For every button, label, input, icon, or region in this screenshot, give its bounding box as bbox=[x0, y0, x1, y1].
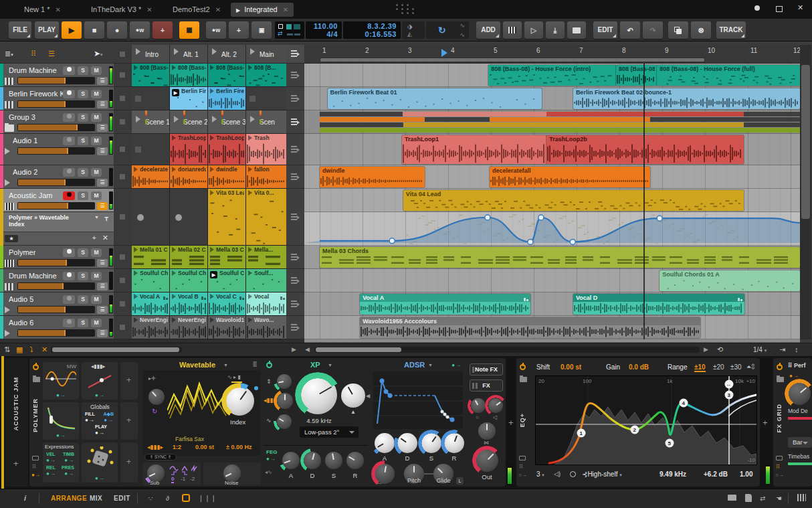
notefx-button[interactable]: Note FX bbox=[470, 363, 503, 375]
remote-controls-icon[interactable] bbox=[32, 456, 39, 460]
restore-window-icon[interactable] bbox=[776, 6, 783, 12]
device-power-icon[interactable] bbox=[33, 364, 39, 370]
osc-type[interactable]: Wavetable bbox=[179, 361, 215, 369]
stop-all-clips-button[interactable] bbox=[286, 246, 304, 269]
ruler-bar-number[interactable]: 12 bbox=[793, 47, 800, 54]
mute-button[interactable]: M bbox=[91, 191, 102, 200]
osc-detune[interactable]: ± 0.00 Hz bbox=[226, 444, 251, 450]
grid-view-icon[interactable]: ⠿ bbox=[31, 50, 36, 58]
group-lane-segment[interactable] bbox=[650, 117, 800, 122]
cutoff-knob[interactable] bbox=[298, 375, 337, 414]
mod-out-icon[interactable]: ●→ bbox=[95, 392, 105, 398]
song-position[interactable]: 8.3.2.39 bbox=[367, 22, 397, 30]
launcher-hscrollbar[interactable] bbox=[51, 347, 182, 353]
ruler-bar-number[interactable]: 9 bbox=[665, 47, 669, 54]
mod-out-icon[interactable]: ●→ bbox=[56, 392, 66, 398]
clip-slot[interactable]: TrashLoop2b bbox=[208, 134, 246, 165]
launcher-overdub-button[interactable]: ▦ bbox=[179, 21, 199, 39]
clip-slot[interactable]: Soulful Cho... bbox=[132, 269, 170, 292]
spread-icon[interactable]: ⇕ bbox=[266, 378, 272, 385]
clip-slot[interactable]: Mella 03 C... bbox=[208, 246, 246, 269]
volume-fader[interactable] bbox=[17, 124, 95, 131]
tab-inthedark[interactable]: InTheDark V3 *✕ bbox=[86, 3, 158, 17]
grid-icon[interactable]: ⠿ bbox=[776, 464, 780, 470]
device-title[interactable]: POLYMER bbox=[32, 398, 39, 432]
track-header-audio-2[interactable]: Audio 2SM☰ bbox=[0, 165, 114, 189]
punch-display[interactable]: ⬗ ◭ bbox=[402, 21, 425, 39]
ruler-bar-number[interactable]: 6 bbox=[536, 47, 540, 54]
mod-out-icon[interactable]: ●→ bbox=[95, 475, 105, 481]
tab-new1[interactable]: New 1 *✕ bbox=[19, 3, 66, 17]
record-arm-button[interactable] bbox=[63, 137, 75, 145]
arranger-clip-808-bass-08-house-force-intro-[interactable]: 808 (Bass-08) - House Force (intro) bbox=[488, 65, 616, 86]
grid-resolution[interactable]: 1/4 ▾ bbox=[753, 346, 767, 353]
filter-env-knob[interactable] bbox=[277, 414, 292, 429]
sub-scene-scene-2[interactable]: Scene 2 bbox=[170, 110, 208, 134]
record-arm-button[interactable] bbox=[63, 66, 75, 75]
metronome-icon[interactable]: ◭ bbox=[407, 31, 412, 37]
columns-icon[interactable]: ❘❘❘ bbox=[198, 495, 217, 502]
clip-slot[interactable]: Trash bbox=[246, 134, 287, 165]
tab-demotest2[interactable]: DemoTest2✕ bbox=[167, 3, 226, 17]
arranger-clip-mella-03-chords[interactable]: Mella 03 Chords bbox=[320, 247, 800, 268]
solo-button[interactable]: S bbox=[78, 295, 88, 304]
close-icon[interactable]: ✕ bbox=[283, 6, 288, 13]
device-preset-icon[interactable] bbox=[33, 377, 40, 382]
record-arm-button[interactable] bbox=[63, 295, 75, 304]
clip-stop-button[interactable] bbox=[114, 87, 132, 110]
voices-knob[interactable] bbox=[488, 398, 503, 413]
clip-slot[interactable]: dwindle bbox=[208, 165, 246, 189]
spectrum-icon[interactable]: ⫿⫿ bbox=[253, 361, 257, 368]
clip-slot[interactable] bbox=[170, 189, 208, 246]
filter-keytrack-knob[interactable] bbox=[277, 393, 293, 409]
track-header-audio-6[interactable]: Audio 6SM☰ bbox=[0, 316, 114, 339]
eq-range-20[interactable]: ±20 bbox=[713, 363, 724, 371]
keytrack-icon[interactable]: ◂▮▮▮▸ bbox=[147, 444, 163, 450]
time-signature[interactable]: 4/4 bbox=[326, 30, 338, 38]
timeline-ruler[interactable]: 123456789101112 bbox=[304, 45, 800, 64]
wavetable-display[interactable] bbox=[167, 375, 229, 433]
stop-all-clips-button[interactable] bbox=[286, 316, 304, 339]
stop-all-header[interactable] bbox=[286, 45, 304, 64]
zoom-v-icon[interactable]: ↕ bbox=[795, 345, 799, 353]
device-title[interactable]: EQ+ bbox=[519, 413, 526, 427]
osc-ratio[interactable]: 1:2 bbox=[173, 444, 181, 450]
group-lane-segment[interactable] bbox=[320, 112, 403, 116]
env-out-icon[interactable]: ●→ bbox=[451, 362, 462, 368]
band-type-dropdown[interactable]: ⊰High-shelf ▾ bbox=[582, 471, 622, 478]
group-lane-segment[interactable] bbox=[320, 117, 425, 122]
scene-stop-header[interactable] bbox=[114, 45, 132, 64]
fill-button[interactable]: ▣ bbox=[251, 21, 272, 39]
track-header-acoustic-jam[interactable]: Acoustic JamSM☰ bbox=[0, 189, 114, 212]
mod-depth-knob[interactable] bbox=[788, 382, 811, 405]
sub-oct-m1[interactable]: -1 bbox=[181, 476, 185, 482]
solo-button[interactable]: S bbox=[78, 90, 88, 98]
vertical-scrollbar[interactable] bbox=[800, 45, 811, 339]
sub-scene-scene-3[interactable]: Scene 3 bbox=[208, 110, 246, 134]
track-name[interactable]: Group 3 bbox=[9, 113, 35, 121]
clip-slot[interactable]: Vita 0... bbox=[246, 189, 287, 246]
mute-button[interactable]: M bbox=[91, 272, 102, 280]
track-name[interactable]: Drum Machine bbox=[9, 66, 57, 74]
mute-button[interactable]: M bbox=[91, 168, 102, 177]
punch-in-button[interactable]: + bbox=[229, 21, 249, 39]
filter-power-icon[interactable] bbox=[266, 362, 272, 368]
automation-curve[interactable] bbox=[304, 212, 800, 246]
clip-slot[interactable]: Soulf... bbox=[246, 269, 287, 292]
volume-fader[interactable] bbox=[17, 259, 95, 266]
close-icon[interactable]: ✕ bbox=[215, 6, 221, 13]
ruler-bar-number[interactable]: 8 bbox=[622, 47, 626, 54]
band-power-icon[interactable] bbox=[570, 471, 576, 477]
clip-slot[interactable]: dorianredu... bbox=[170, 165, 208, 189]
loop-display[interactable]: ↻ ∿ ∿ bbox=[426, 21, 469, 39]
arranger-clip-deceleratefall[interactable]: deceleratefall bbox=[490, 167, 650, 187]
arranger-clip-trashloop1[interactable]: TrashLoop1 bbox=[402, 135, 546, 164]
mod-add-slot[interactable]: + bbox=[120, 362, 138, 400]
favorite-star-button[interactable]: ★ bbox=[5, 235, 18, 242]
overdub-button[interactable]: + bbox=[153, 21, 173, 39]
eq-shift-value[interactable]: 0.00 st bbox=[561, 363, 581, 371]
track-header-drum-machine[interactable]: Drum MachineSM☰ bbox=[0, 64, 114, 87]
volume-fader[interactable] bbox=[17, 100, 95, 108]
env-a-knob[interactable] bbox=[375, 433, 395, 453]
arranger-clip-berlin-firework-beat-01[interactable]: Berlin Firework Beat 01 bbox=[328, 88, 542, 109]
